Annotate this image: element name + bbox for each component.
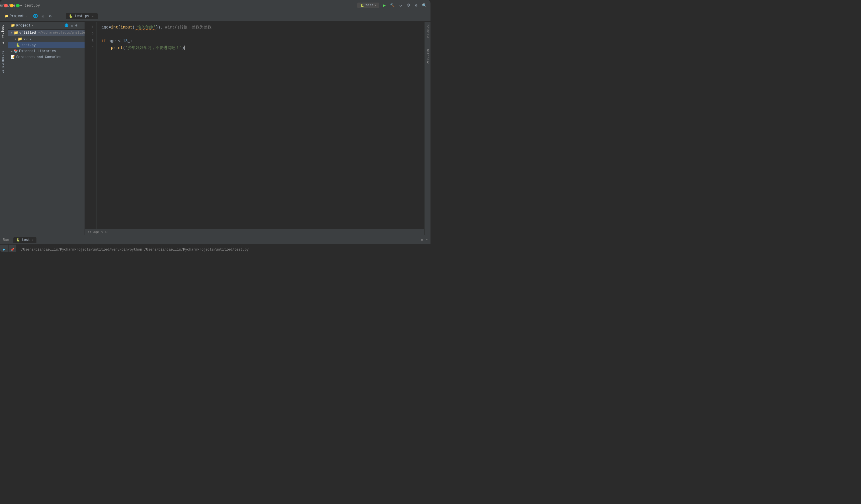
run-fav-bar: 📌 2: Favorites ★ [9,245,16,252]
traffic-lights [4,4,20,8]
profile-button[interactable]: ⏱ [406,3,411,8]
project-label-text: Project [10,14,24,18]
build-button[interactable]: 🔨 [390,3,395,8]
database-tab[interactable]: Database [425,46,430,67]
file-tree-locate-icon[interactable]: 🌐 [64,23,69,28]
chevron-down-icon: ▼ [11,31,13,35]
globe-icon[interactable]: 🌐 [32,13,38,19]
code-line-1: age=int(input('输入年龄')), #int()转换非整数为整数 [101,24,420,31]
run-panel: Run: 🐍 test ✕ ⚙ − ▶ ⠿ ⬆ 🖨 🗑 📌 2: Favorit… [0,235,430,252]
run-config-name: test [365,3,373,8]
py-file-icon: 🐍 [69,14,73,18]
project-dropdown[interactable]: 📁 Project ▾ [2,13,29,19]
run-output: /Users/biancaellis/PycharmProjects/untit… [16,245,430,252]
run-panel-header: Run: 🐍 test ✕ ⚙ − [0,235,430,245]
tree-item-scratches[interactable]: 📝 Scratches and Consoles [8,54,85,60]
py-icon: 🐍 [16,43,20,47]
file-tree-header: 📁 Project ▾ 🌐 ⚖ ⚙ − [8,22,85,30]
tree-root-name: untitled [19,31,36,35]
run-panel-icons: ⚙ − [421,238,428,242]
file-tab[interactable]: 🐍 test.py ✕ [66,13,97,19]
code-area[interactable]: age=int(input('输入年龄')), #int()转换非整数为整数 i… [97,22,424,229]
file-tree-collapse-icon[interactable]: ⚖ [71,23,73,28]
tab-bar: 📁 Project ▾ 🌐 ⚖ ⚙ − 🐍 test.py ✕ [0,11,430,22]
run-tab-label: test [22,238,30,242]
run-minimize-icon[interactable]: − [425,238,428,242]
pin-icon[interactable]: 📌 [10,246,16,252]
tree-item-ext-lib-label: External Libraries [19,49,56,53]
tree-item-scratches-label: Scratches and Consoles [16,55,61,59]
toolbar-right: 🐍 test ▾ ▶ 🔨 🛡 ⏱ ⚙ 🔍 [357,3,430,8]
gear-icon[interactable]: ⚙ [47,13,53,19]
main-area: 1: Project 2: Structure 📁 Project ▾ 🌐 ⚖ … [0,22,430,235]
right-sidebar: SciView Database [424,22,430,235]
file-tree-minimize-icon[interactable]: − [80,23,82,28]
ext-lib-icon: 📚 [14,49,18,53]
minus-icon[interactable]: − [55,13,60,19]
tree-root-untitled[interactable]: ▼ 📁 untitled ~/PycharmProjects/untitled [8,30,85,36]
output-command-line: /Users/biancaellis/PycharmProjects/untit… [21,247,426,252]
status-hint: if age < 18 [88,230,109,234]
run-button[interactable]: ▶ [382,3,387,8]
scratches-icon: 📝 [11,55,15,59]
file-tab-label: test.py [74,14,89,18]
tree-root-path: ~/PycharmProjects/untitled [38,31,87,35]
code-line-4: print('少年好好学习，不要进网吧！') [101,44,420,51]
tree-item-venv-label: venv [23,37,31,41]
tree-item-venv[interactable]: ▶ 📁 venv [8,36,85,42]
tree-item-external-libraries[interactable]: ▶ 📚 External Libraries [8,48,85,54]
run-action-bar: ▶ ⠿ ⬆ 🖨 🗑 [0,245,9,252]
run-play-icon[interactable]: ▶ [1,246,8,252]
left-sidebar-tabs: 1: Project 2: Structure [0,22,8,235]
output-command-text: /Users/biancaellis/PycharmProjects/untit… [21,247,249,252]
file-tree-settings-icon[interactable]: ⚙ [76,23,78,28]
coverage-button[interactable]: 🛡 [397,3,403,8]
run-settings-icon[interactable]: ⚙ [421,238,423,242]
tree-item-testpy-label: test.py [21,43,36,47]
title-bar: untitled – test.py 🐍 test ▾ ▶ 🔨 🛡 ⏱ ⚙ 🔍 [0,0,430,11]
sci-view-tab[interactable]: SciView [425,22,430,40]
run-label: Run: [3,238,11,242]
file-tree-title: 📁 Project ▾ [11,23,33,28]
tab-close-button[interactable]: ✕ [91,14,95,18]
code-line-2 [101,31,420,38]
sidebar-tab-structure[interactable]: 2: Structure [0,47,8,77]
search-button[interactable]: 🔍 [421,3,427,8]
run-outer: ▶ ⠿ ⬆ 🖨 🗑 📌 2: Favorites ★ /Users/bianca… [0,245,430,252]
line-numbers: 1 2 3 4 [85,22,97,229]
file-tree-actions: 🌐 ⚖ ⚙ − [64,23,82,28]
maximize-button[interactable] [16,4,20,8]
code-line-3: if age < 18_: [101,38,420,44]
editor-content[interactable]: 1 2 3 4 age=int(input('输入年龄')), #int()转换… [85,22,424,229]
venv-folder-icon: 📁 [18,37,22,41]
chevron-right-icon-ext: ▶ [11,50,13,53]
folder-icon: 📁 [14,30,18,35]
sidebar-tab-project[interactable]: 1: Project [0,22,8,47]
settings-button[interactable]: ⚙ [413,3,419,8]
run-tab[interactable]: 🐍 test ✕ [13,237,37,243]
file-tree: 📁 Project ▾ 🌐 ⚖ ⚙ − ▼ 📁 untitled ~/Pycha… [8,22,85,235]
minimize-button[interactable] [10,4,14,8]
editor-area: 1 2 3 4 age=int(input('输入年龄')), #int()转换… [85,22,424,235]
chevron-right-icon: ▶ [15,37,16,41]
close-button[interactable] [4,4,8,8]
run-side-bars: ▶ ⠿ ⬆ 🖨 🗑 📌 2: Favorites ★ [0,245,16,252]
equalizer-icon[interactable]: ⚖ [40,13,45,19]
run-config[interactable]: 🐍 test ▾ [357,3,379,8]
tree-item-testpy[interactable]: 🐍 test.py [8,42,85,48]
editor-status-line: if age < 18 [85,229,424,235]
